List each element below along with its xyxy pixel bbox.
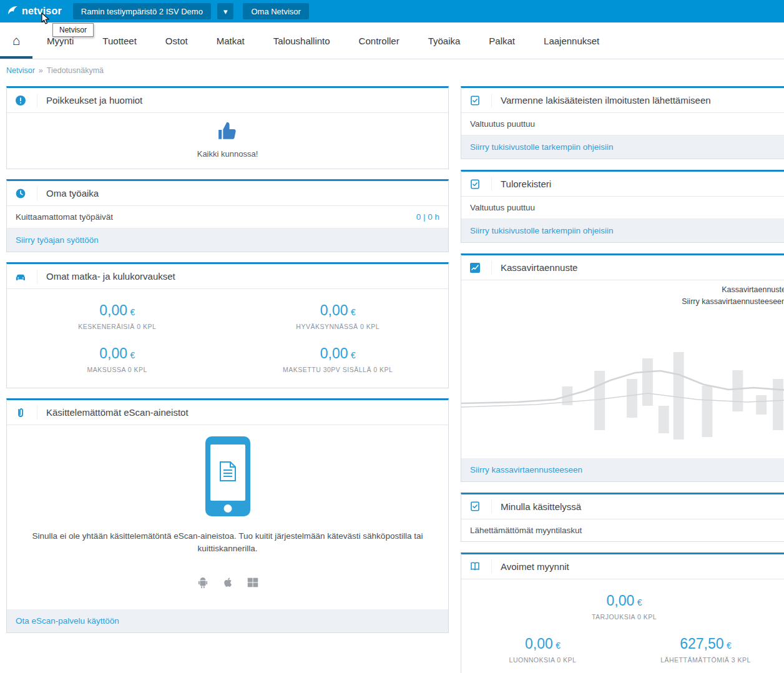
nav-item-ostot[interactable]: Ostot [151, 22, 202, 59]
cashflow-legend: Kassavirtaennuste Siirry kassavirtaennus… [461, 280, 784, 308]
widget-expenses: Omat matka- ja kulukorvaukset 0,00 € KES… [6, 262, 449, 388]
cashflow-legend-line1: Kassavirtaennuste [461, 284, 784, 296]
certificate-status-row: Valtuutus puuttuu [461, 113, 784, 135]
stat-caption: MAKSUSSA 0 KPL [7, 366, 228, 373]
status-text: Kaikki kunnossa! [16, 149, 439, 159]
widget-opensales-header: Avoimet myynnit [461, 554, 784, 579]
nav-item-taloushallinto[interactable]: Taloushallinto [259, 22, 345, 59]
widget-exceptions-header: Poikkeukset ja huomiot [7, 88, 448, 113]
environment-button[interactable]: Ramin testiympäristö 2 ISV Demo [73, 3, 211, 19]
stat-value[interactable]: 0,00 [320, 302, 348, 318]
expenses-stats-grid: 0,00 € KESKENERÄISIÄ 0 KPL 0,00 € HYVÄKS… [7, 289, 448, 388]
stat-lahettamattomia: 627,50 € LÄHETTÄMÄTTÖMIÄ 3 KPL [624, 627, 784, 671]
stat-caption: MAKSETTU 30PV SISÄLLÄ 0 KPL [228, 366, 449, 373]
inprogress-row: Lähettämättömät myyntilaskut [461, 519, 784, 541]
certificate-support-link[interactable]: Siirry tukisivustolle tarkempiin ohjeisi… [470, 142, 614, 152]
widget-expenses-header: Omat matka- ja kulukorvaukset [7, 264, 448, 289]
cashflow-chart-svg [461, 308, 784, 458]
stat-unit: € [556, 641, 561, 651]
widget-title: Minulla käsittelyssä [501, 501, 581, 512]
nav-home-tab[interactable]: ⌂ [0, 22, 32, 59]
widget-title: Varmenne lakisääteisten ilmoitusten lähe… [501, 95, 711, 106]
environment-dropdown-button[interactable]: ▾ [217, 3, 234, 19]
escan-link-row: Ota eScan-palvelu käyttöön [7, 609, 448, 632]
widget-title: Oma työaika [46, 188, 99, 199]
widget-title: Kassavirtaennuste [501, 262, 577, 273]
stat-unit: € [130, 350, 135, 360]
widget-title: Poikkeukset ja huomiot [46, 95, 142, 106]
stat-unit: € [637, 597, 642, 607]
document-icon [219, 461, 237, 484]
tulorekisteri-status: Valtuutus puuttuu [470, 203, 535, 212]
widget-opensales: Avoimet myynnit 0,00 € TARJOUKSIA 0 KPL … [461, 553, 784, 673]
os-icons-row [7, 576, 448, 592]
escan-description: Sinulla ei ole yhtään käsittelemätöntä e… [22, 530, 434, 556]
cashflow-link[interactable]: Siirry kassavirtaennusteeseen [470, 465, 582, 474]
stat-keskeneraisia: 0,00 € KESKENERÄISIÄ 0 KPL [7, 294, 228, 337]
nav-item-tyoaika[interactable]: Työaika [414, 22, 475, 59]
clipboard-check-icon [469, 177, 492, 191]
stat-caption: LUONNOKSIA 0 KPL [461, 656, 624, 664]
tulorekisteri-status-row: Valtuutus puuttuu [461, 197, 784, 219]
nav-item-matkat[interactable]: Matkat [202, 22, 259, 59]
certificate-link-row: Siirry tukisivustolle tarkempiin ohjeisi… [461, 135, 784, 159]
widget-escan-body: Sinulla ei ole yhtään käsittelemätöntä e… [7, 436, 448, 592]
widget-cashflow-header: Kassavirtaennuste [461, 255, 784, 280]
thumbs-up-icon [217, 133, 238, 144]
nav-item-laajennukset[interactable]: Laajennukset [529, 22, 614, 59]
stat-unit: € [351, 350, 356, 360]
stat-opensales-4: 0,00 € [461, 671, 624, 673]
widget-tulorekisteri-header: Tulorekisteri [461, 172, 784, 197]
nav-item-tuotteet[interactable]: Tuotteet [88, 22, 150, 59]
netvisor-logo-icon [7, 6, 18, 17]
logo-tooltip: Netvisor [52, 23, 94, 37]
breadcrumb-current: Tiedotusnäkymä [47, 66, 104, 75]
widget-escan: Käsittelemättömät eScan-aineistot Sinull… [6, 398, 449, 633]
breadcrumb: Netvisor » Tiedotusnäkymä [0, 60, 784, 81]
stat-value[interactable]: 0,00 [525, 636, 553, 652]
tulorekisteri-support-link[interactable]: Siirry tukisivustolle tarkempiin ohjeisi… [470, 226, 614, 235]
widget-certificate: Varmenne lakisääteisten ilmoitusten lähe… [461, 86, 784, 159]
widget-certificate-header: Varmenne lakisääteisten ilmoitusten lähe… [461, 88, 784, 113]
phone-screen [210, 445, 245, 501]
worktime-row: Kuittaamattomat työpäivät 0 | 0 h [7, 206, 448, 228]
stat-unit: € [727, 641, 732, 651]
windows-icon [246, 576, 260, 592]
worktime-row-label: Kuittaamattomat työpäivät [16, 212, 113, 222]
paperclip-icon [15, 406, 37, 420]
stat-maksussa: 0,00 € MAKSUSSA 0 KPL [7, 337, 228, 380]
widget-title: Omat matka- ja kulukorvaukset [46, 271, 175, 282]
netvisor-logo[interactable]: netvisor [7, 6, 62, 17]
stat-opensales-5: 0,00 € [624, 671, 784, 673]
widget-exceptions: Poikkeukset ja huomiot Kaikki kunnossa! [6, 86, 449, 169]
stat-value[interactable]: 627,50 [680, 636, 723, 652]
stat-hyvaksynnassa: 0,00 € HYVÄKSYNNÄSSÄ 0 KPL [228, 294, 449, 337]
mouse-cursor-icon [41, 12, 49, 27]
stat-caption: KESKENERÄISIÄ 0 KPL [7, 323, 228, 330]
worktime-entry-link[interactable]: Siirry työajan syöttöön [16, 235, 99, 245]
clipboard-check-icon [469, 499, 492, 513]
cashflow-legend-line2: Siirry kassavirtaennusteeseen [461, 296, 784, 308]
main-nav: ⌂ Myynti Tuotteet Ostot Matkat Taloushal… [0, 22, 784, 59]
nav-item-controller[interactable]: Controller [345, 22, 414, 59]
stat-maksettu: 0,00 € MAKSETTU 30PV SISÄLLÄ 0 KPL [228, 337, 449, 380]
escan-activate-link[interactable]: Ota eScan-palvelu käyttöön [16, 616, 119, 626]
breadcrumb-root[interactable]: Netvisor [6, 66, 35, 75]
clipboard-check-icon [469, 94, 492, 107]
nav-item-palkat[interactable]: Palkat [474, 22, 529, 59]
car-icon [15, 270, 37, 283]
stat-caption: HYVÄKSYNNÄSSÄ 0 KPL [228, 323, 449, 330]
oma-netvisor-button[interactable]: Oma Netvisor [243, 3, 308, 19]
stat-value[interactable]: 0,00 [606, 592, 634, 609]
stat-value[interactable]: 0,00 [99, 345, 127, 361]
stat-value[interactable]: 0,00 [99, 302, 127, 318]
stat-caption: TARJOUKSIA 0 KPL [461, 613, 784, 621]
clock-icon [15, 187, 37, 200]
chart-icon [469, 261, 492, 275]
tulorekisteri-link-row: Siirry tukisivustolle tarkempiin ohjeisi… [461, 219, 784, 242]
widget-worktime: Oma työaika Kuittaamattomat työpäivät 0 … [6, 179, 449, 252]
inprogress-row-label: Lähettämättömät myyntilaskut [470, 526, 582, 535]
worktime-row-value[interactable]: 0 | 0 h [416, 212, 439, 222]
chevron-down-icon: ▾ [223, 7, 228, 16]
stat-value[interactable]: 0,00 [320, 345, 348, 361]
